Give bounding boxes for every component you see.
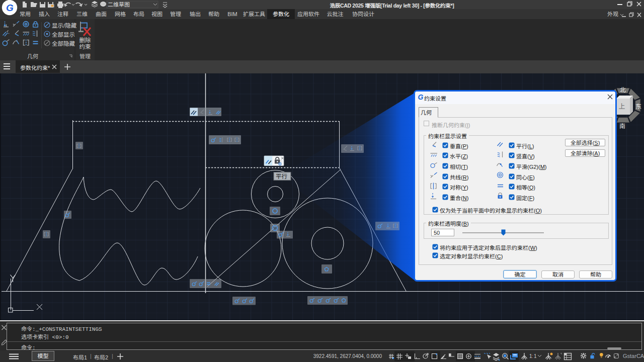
svg-text:平行: 平行 [276, 172, 287, 180]
svg-text:上: 上 [618, 101, 625, 111]
svg-text:南: 南 [619, 121, 625, 130]
svg-text:1: 1 [534, 353, 537, 359]
svg-text:二维草图: 二维草图 [108, 1, 130, 8]
svg-text:G: G [6, 3, 14, 13]
svg-text:北: 北 [620, 85, 626, 94]
svg-text::: : [532, 353, 533, 359]
svg-text:东: 东 [635, 102, 641, 110]
svg-text:G: G [418, 93, 424, 101]
